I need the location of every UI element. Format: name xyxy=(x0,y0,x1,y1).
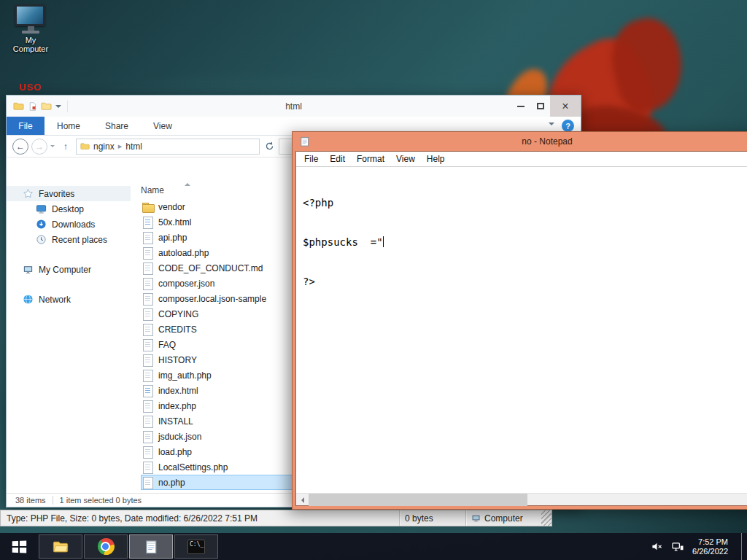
desktop-icon-my-computer[interactable]: My Computer xyxy=(9,4,53,53)
properties-icon[interactable] xyxy=(28,101,37,112)
close-button[interactable] xyxy=(550,96,581,117)
file-location: Computer xyxy=(466,513,541,524)
menu-edit[interactable]: Edit xyxy=(324,152,351,166)
spacer xyxy=(7,277,131,292)
up-button[interactable] xyxy=(58,141,73,152)
system-tray: 7:52 PM 6/26/2022 xyxy=(651,533,747,560)
sidebar-label: Favorites xyxy=(39,189,74,199)
file-icon xyxy=(142,324,153,335)
breadcrumb-root[interactable]: nginx xyxy=(93,141,115,152)
text-caret xyxy=(383,236,384,247)
network-globe-icon xyxy=(23,294,34,305)
selection-info: 1 item selected 0 bytes xyxy=(60,496,142,505)
menu-help[interactable]: Help xyxy=(421,152,451,166)
help-icon[interactable]: ? xyxy=(562,120,574,132)
resize-grip[interactable] xyxy=(541,510,551,526)
scroll-left-button[interactable] xyxy=(296,494,309,506)
file-name: CREDITS xyxy=(158,324,197,335)
file-name: composer.local.json-sample xyxy=(158,294,266,304)
refresh-icon xyxy=(265,141,274,151)
downloads-icon xyxy=(36,219,47,230)
minimize-button[interactable] xyxy=(511,96,530,117)
sidebar-item-favorites[interactable]: Favorites xyxy=(7,186,131,201)
file-icon xyxy=(142,308,153,319)
file-icon xyxy=(142,446,153,457)
computer-icon xyxy=(23,264,34,275)
quick-access-toolbar xyxy=(7,101,68,112)
file-name: composer.json xyxy=(158,279,214,289)
notepad-titlebar[interactable]: no - Notepad xyxy=(293,132,747,151)
notepad-text-area[interactable]: <?php $phpsucks =" ?> xyxy=(296,168,747,493)
folder-icon xyxy=(142,201,153,212)
sidebar-label: Desktop xyxy=(52,204,84,214)
network-icon[interactable] xyxy=(671,541,684,552)
menu-view[interactable]: View xyxy=(390,152,421,166)
clock-icon xyxy=(36,234,47,245)
file-icon xyxy=(142,247,153,258)
item-count: 38 items xyxy=(15,496,46,505)
file-name: CODE_OF_CONDUCT.md xyxy=(158,263,263,273)
volume-muted-icon[interactable] xyxy=(651,541,663,552)
file-name: api.php xyxy=(158,233,187,243)
html-file-icon xyxy=(142,385,153,396)
tab-share[interactable]: Share xyxy=(93,117,141,135)
maximize-button[interactable] xyxy=(530,96,550,117)
menu-file[interactable]: File xyxy=(298,152,324,166)
new-folder-icon[interactable] xyxy=(41,101,52,112)
tab-file[interactable]: File xyxy=(7,117,44,135)
location-label: Computer xyxy=(484,513,523,524)
breadcrumb[interactable]: nginx ▸ html xyxy=(76,139,260,155)
start-button[interactable] xyxy=(0,533,38,560)
file-icon xyxy=(142,232,153,243)
explorer-titlebar[interactable]: html xyxy=(7,96,581,117)
navigation-pane: Favorites Desktop Downloads Recent place… xyxy=(7,158,131,493)
notepad-icon xyxy=(299,136,310,147)
sidebar-item-my-computer[interactable]: My Computer xyxy=(7,262,131,277)
sidebar-item-network[interactable]: Network xyxy=(7,292,131,307)
file-name: img_auth.php xyxy=(158,370,212,381)
text-line: <?php xyxy=(303,196,747,209)
customize-qat-chevron-icon[interactable] xyxy=(55,105,61,111)
file-name: autoload.php xyxy=(158,248,209,258)
sidebar-item-recent-places[interactable]: Recent places xyxy=(7,232,131,247)
breadcrumb-separator-icon: ▸ xyxy=(118,141,123,151)
clock-time: 7:52 PM xyxy=(692,537,728,547)
show-desktop-button[interactable] xyxy=(741,533,747,560)
file-name: no.php xyxy=(158,478,185,488)
file-name: index.html xyxy=(158,386,198,396)
taskbar-button-chrome[interactable] xyxy=(84,534,128,559)
taskbar-clock[interactable]: 7:52 PM 6/26/2022 xyxy=(692,537,728,556)
file-name: jsduck.json xyxy=(158,432,201,442)
tab-home[interactable]: Home xyxy=(44,117,93,135)
scrollbar-thumb[interactable] xyxy=(309,494,527,506)
desktop-icon-label: My Computer xyxy=(9,36,53,53)
expand-ribbon-chevron-icon[interactable] xyxy=(549,122,554,128)
refresh-button[interactable] xyxy=(263,141,276,151)
text-line: ?> xyxy=(303,275,747,288)
taskbar-button-explorer[interactable] xyxy=(39,534,82,559)
divider xyxy=(67,101,68,112)
file-name: HISTORY xyxy=(158,355,197,365)
tab-view[interactable]: View xyxy=(141,117,185,135)
forward-button[interactable] xyxy=(31,139,47,155)
folder-icon xyxy=(51,539,70,555)
folder-icon[interactable] xyxy=(13,101,24,112)
horizontal-scrollbar[interactable] xyxy=(296,493,747,505)
spacer xyxy=(7,247,131,262)
breadcrumb-current[interactable]: html xyxy=(125,141,142,152)
window-title: no - Notepad xyxy=(293,136,747,147)
sidebar-item-downloads[interactable]: Downloads xyxy=(7,217,131,232)
menu-format[interactable]: Format xyxy=(351,152,390,166)
wallpaper-artifact-text: USO xyxy=(19,82,42,93)
file-name: load.php xyxy=(158,447,192,457)
taskbar-button-notepad[interactable] xyxy=(129,534,173,559)
taskbar-button-command-prompt[interactable] xyxy=(174,534,218,559)
sort-ascending-icon xyxy=(185,183,190,186)
sidebar-item-desktop[interactable]: Desktop xyxy=(7,201,131,217)
back-button[interactable] xyxy=(12,139,28,155)
file-icon xyxy=(142,370,153,381)
file-icon xyxy=(142,262,153,273)
file-name: vendor xyxy=(158,202,185,212)
sidebar-label: My Computer xyxy=(39,265,91,275)
recent-locations-chevron-icon[interactable] xyxy=(50,145,55,149)
